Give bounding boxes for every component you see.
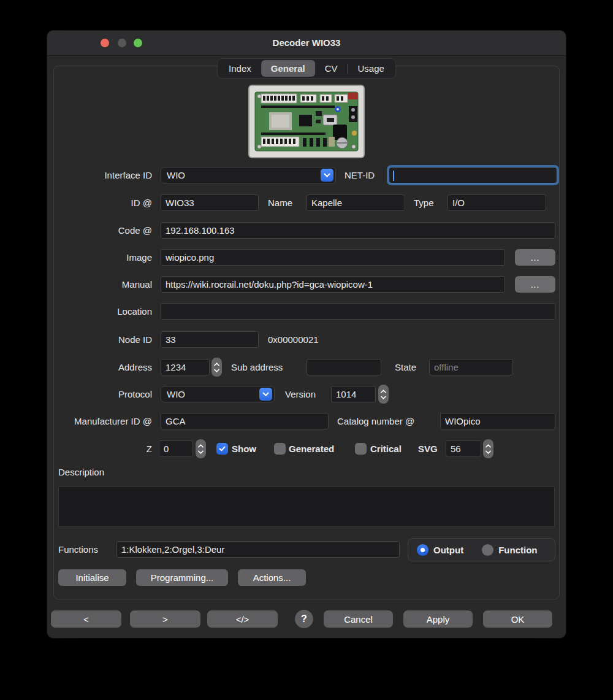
description-label: Description bbox=[58, 464, 104, 480]
id-input[interactable] bbox=[161, 194, 259, 211]
chevron-up-icon bbox=[214, 363, 219, 366]
z-label: Z bbox=[47, 440, 152, 457]
chevron-down-icon bbox=[381, 396, 386, 399]
z-stepper[interactable] bbox=[196, 439, 206, 458]
tab-index[interactable]: Index bbox=[219, 60, 261, 77]
show-checkbox-label: Show bbox=[232, 440, 256, 457]
tab-bar: Index General CV Usage bbox=[217, 58, 396, 79]
address-stepper[interactable] bbox=[211, 358, 222, 377]
name-label: Name bbox=[268, 194, 292, 211]
location-label: Location bbox=[47, 303, 152, 320]
apply-button[interactable]: Apply bbox=[403, 610, 473, 628]
tab-general[interactable]: General bbox=[261, 60, 315, 77]
critical-checkbox[interactable] bbox=[355, 443, 367, 455]
interface-id-select[interactable]: WIO bbox=[161, 167, 336, 183]
interface-id-value: WIO bbox=[167, 170, 321, 180]
interface-id-label: Interface ID bbox=[47, 167, 152, 183]
node-id-label: Node ID bbox=[47, 331, 152, 348]
code-label: Code @ bbox=[47, 222, 152, 239]
generated-checkbox-label: Generated bbox=[289, 440, 334, 457]
prev-button[interactable]: < bbox=[51, 610, 121, 628]
manual-input[interactable] bbox=[161, 276, 505, 293]
output-radio[interactable] bbox=[417, 544, 428, 556]
cancel-button[interactable]: Cancel bbox=[324, 610, 393, 628]
chevron-up-icon bbox=[381, 390, 386, 393]
location-input[interactable] bbox=[161, 303, 555, 320]
text-cursor bbox=[393, 171, 394, 181]
catalog-number-label: Catalog number @ bbox=[337, 413, 414, 429]
tab-usage[interactable]: Usage bbox=[348, 60, 394, 77]
chevron-down-icon bbox=[198, 450, 204, 454]
next-button[interactable]: > bbox=[130, 610, 200, 628]
protocol-select[interactable]: WIO bbox=[161, 386, 275, 402]
manual-browse-button[interactable]: ... bbox=[515, 276, 555, 293]
version-input[interactable] bbox=[331, 386, 376, 402]
critical-checkbox-label: Critical bbox=[370, 440, 402, 457]
code-input[interactable] bbox=[161, 222, 555, 239]
tab-cv[interactable]: CV bbox=[315, 60, 348, 77]
decoder-dialog: Decoder WIO33 Index General CV Usage bbox=[47, 31, 566, 638]
svg-input[interactable] bbox=[446, 440, 481, 457]
output-function-radiogroup: Output Function bbox=[408, 538, 555, 561]
chevron-up-icon bbox=[198, 444, 204, 448]
ok-button[interactable]: OK bbox=[483, 610, 552, 628]
programming-button[interactable]: Programming... bbox=[136, 569, 228, 586]
generated-checkbox[interactable] bbox=[274, 443, 286, 455]
node-id-input[interactable] bbox=[161, 331, 259, 348]
functions-label: Functions bbox=[58, 541, 98, 558]
window-title: Decoder WIO33 bbox=[47, 31, 566, 55]
protocol-value: WIO bbox=[167, 389, 259, 399]
manufacturer-id-label: Manufacturer ID @ bbox=[47, 413, 152, 429]
chevron-down-icon bbox=[259, 388, 272, 401]
catalog-number-input[interactable] bbox=[440, 413, 555, 429]
node-id-hex-value: 0x00000021 bbox=[268, 331, 319, 348]
chevron-down-icon bbox=[485, 450, 491, 454]
address-label: Address bbox=[47, 359, 152, 375]
image-browse-button[interactable]: ... bbox=[515, 249, 555, 266]
description-textarea[interactable] bbox=[58, 487, 555, 527]
code-button[interactable]: </> bbox=[207, 610, 278, 628]
title-bar: Decoder WIO33 bbox=[47, 31, 566, 56]
decoder-photo bbox=[248, 85, 365, 158]
image-input[interactable] bbox=[161, 249, 505, 266]
type-label: Type bbox=[414, 194, 434, 211]
show-checkbox[interactable] bbox=[216, 443, 228, 455]
radio-dot-icon bbox=[421, 548, 425, 552]
chevron-down-icon bbox=[214, 369, 219, 372]
version-label: Version bbox=[285, 386, 316, 402]
id-label: ID @ bbox=[47, 194, 152, 211]
output-radio-label: Output bbox=[433, 545, 463, 555]
help-button[interactable]: ? bbox=[295, 610, 313, 628]
function-radio[interactable] bbox=[482, 544, 493, 556]
protocol-label: Protocol bbox=[47, 386, 152, 402]
pcb-board-image bbox=[253, 89, 360, 154]
net-id-label: NET-ID bbox=[345, 167, 375, 183]
check-icon bbox=[219, 446, 226, 452]
type-input[interactable] bbox=[447, 194, 546, 211]
sub-address-label: Sub address bbox=[231, 359, 283, 375]
initialise-button[interactable]: Initialise bbox=[58, 569, 126, 586]
state-label: State bbox=[395, 359, 416, 375]
chevron-up-icon bbox=[485, 444, 491, 448]
state-value bbox=[429, 359, 513, 375]
address-input[interactable] bbox=[161, 359, 210, 375]
name-input[interactable] bbox=[306, 194, 405, 211]
functions-input[interactable] bbox=[116, 541, 400, 558]
net-id-input[interactable] bbox=[389, 167, 557, 183]
manufacturer-id-input[interactable] bbox=[161, 413, 329, 429]
z-input[interactable] bbox=[159, 440, 193, 457]
function-radio-label: Function bbox=[498, 545, 537, 555]
image-label: Image bbox=[47, 249, 152, 266]
manual-label: Manual bbox=[47, 276, 152, 293]
version-stepper[interactable] bbox=[378, 385, 389, 404]
chevron-down-icon bbox=[321, 169, 333, 182]
actions-button[interactable]: Actions... bbox=[238, 569, 306, 586]
svg-label: SVG bbox=[418, 440, 438, 457]
sub-address-input[interactable] bbox=[306, 359, 381, 375]
svg-stepper[interactable] bbox=[483, 439, 493, 458]
